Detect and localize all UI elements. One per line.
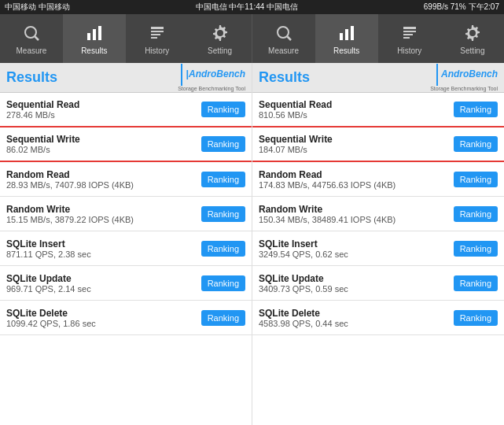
- bench-name: Random Write: [259, 204, 454, 215]
- nav-history-label-left: History: [145, 46, 169, 55]
- measure-icon: [20, 22, 42, 44]
- bench-name: Sequential Read: [259, 99, 454, 110]
- nav-setting-label-right: Setting: [460, 46, 484, 55]
- history-icon-right: [399, 22, 421, 44]
- nav-measure-label-right: Measure: [268, 46, 299, 55]
- svg-rect-2: [87, 33, 90, 40]
- ranking-button[interactable]: Ranking: [454, 136, 498, 152]
- bench-name: Random Read: [259, 169, 454, 180]
- panel-header-left: Results |AndroBench Storage Benchmarking…: [0, 63, 252, 93]
- logo-divider-right: [436, 64, 438, 86]
- bench-row: SQLite Delete1099.42 QPS, 1.86 secRankin…: [0, 301, 252, 335]
- ranking-button[interactable]: Ranking: [201, 241, 245, 257]
- bench-name: SQLite Insert: [6, 238, 201, 249]
- bench-name: Random Write: [6, 204, 201, 215]
- nav-history-right[interactable]: History: [378, 14, 441, 63]
- bench-row: Random Write15.15 MB/s, 3879.22 IOPS (4K…: [0, 197, 252, 231]
- bench-value: 969.71 QPS, 2.14 sec: [6, 284, 201, 294]
- left-bench-rows: Sequential Read278.46 MB/sRankingSequent…: [0, 93, 252, 335]
- bench-row: SQLite Update3409.73 QPS, 0.59 secRankin…: [252, 266, 504, 301]
- bench-value: 184.07 MB/s: [259, 145, 454, 154]
- svg-rect-12: [345, 29, 348, 40]
- svg-rect-6: [151, 31, 164, 32]
- bench-name: Random Read: [6, 169, 201, 180]
- bench-name: Sequential Read: [6, 99, 201, 110]
- bench-name: Sequential Write: [6, 134, 201, 145]
- bench-row: Sequential Read810.56 MB/sRanking: [252, 93, 504, 128]
- ranking-button[interactable]: Ranking: [454, 310, 498, 326]
- svg-line-10: [287, 37, 291, 41]
- nav-results-left[interactable]: Results: [63, 14, 126, 63]
- svg-line-1: [35, 37, 39, 41]
- svg-rect-17: [403, 37, 410, 39]
- ranking-button[interactable]: Ranking: [201, 206, 245, 222]
- bench-name: SQLite Update: [259, 273, 454, 284]
- bench-value: 174.83 MB/s, 44756.63 IOPS (4KB): [259, 180, 454, 190]
- setting-icon-right: [462, 22, 484, 44]
- nav-setting-left[interactable]: Setting: [189, 14, 252, 63]
- nav-results-right[interactable]: Results: [315, 14, 378, 63]
- bench-value: 1099.42 QPS, 1.86 sec: [6, 319, 201, 328]
- ranking-button[interactable]: Ranking: [454, 241, 498, 257]
- bench-value: 3409.73 QPS, 0.59 sec: [259, 284, 454, 294]
- nav-measure-right[interactable]: Measure: [252, 14, 315, 63]
- bench-row: Sequential Write86.02 MB/sRanking: [0, 128, 252, 162]
- bench-name: SQLite Delete: [6, 308, 201, 319]
- bench-value: 3249.54 QPS, 0.62 sec: [259, 249, 454, 259]
- ranking-button[interactable]: Ranking: [201, 310, 245, 326]
- ranking-button[interactable]: Ranking: [201, 275, 245, 291]
- ranking-button[interactable]: Ranking: [454, 206, 498, 222]
- nav-setting-label-left: Setting: [208, 46, 232, 55]
- nav-panel-left: Measure Results History Setting: [0, 14, 252, 63]
- bench-row: SQLite Update969.71 QPS, 2.14 secRanking: [0, 266, 252, 301]
- status-bar: 中国移动 中国移动 中国电信 中午11:44 中国电信 699B/s 71% 下…: [0, 0, 504, 14]
- svg-point-9: [278, 27, 289, 38]
- nav-results-label-left: Results: [81, 46, 107, 55]
- bench-row: Sequential Write184.07 MB/sRanking: [252, 128, 504, 162]
- panel-header-right: Results AndroBench Storage Benchmarking …: [252, 63, 504, 93]
- nav-measure-left[interactable]: Measure: [0, 14, 63, 63]
- androbench-logo-right: AndroBench Storage Benchmarking Tool: [430, 64, 498, 91]
- svg-rect-7: [151, 34, 160, 35]
- results-title-right: Results: [259, 69, 310, 86]
- ranking-button[interactable]: Ranking: [454, 102, 498, 117]
- nav-results-label-right: Results: [333, 46, 359, 55]
- nav-history-label-right: History: [397, 46, 421, 55]
- ranking-button[interactable]: Ranking: [454, 172, 498, 187]
- svg-rect-14: [403, 27, 416, 29]
- ranking-button[interactable]: Ranking: [201, 172, 245, 187]
- panel-right: Results AndroBench Storage Benchmarking …: [252, 63, 504, 425]
- svg-rect-3: [93, 29, 96, 40]
- setting-icon-left: [209, 22, 231, 44]
- svg-point-0: [25, 27, 36, 38]
- results-icon-right: [336, 22, 358, 44]
- nav-history-left[interactable]: History: [126, 14, 189, 63]
- svg-rect-15: [403, 31, 416, 32]
- bench-row: Random Write150.34 MB/s, 38489.41 IOPS (…: [252, 197, 504, 231]
- logo-divider-left: [181, 64, 182, 86]
- svg-rect-13: [351, 26, 354, 40]
- bench-name: SQLite Update: [6, 273, 201, 284]
- nav-setting-right[interactable]: Setting: [441, 14, 504, 63]
- status-right: 699B/s 71% 下午2:07: [424, 2, 499, 13]
- bench-value: 86.02 MB/s: [6, 145, 201, 154]
- results-title-left: Results: [6, 69, 57, 86]
- ranking-button[interactable]: Ranking: [201, 136, 245, 152]
- androbench-logo-left: |AndroBench Storage Benchmarking Tool: [178, 64, 245, 91]
- ranking-button[interactable]: Ranking: [454, 275, 498, 291]
- bench-value: 15.15 MB/s, 3879.22 IOPS (4KB): [6, 215, 201, 224]
- bench-name: Sequential Write: [259, 134, 454, 145]
- status-center: 中国电信 中午11:44 中国电信: [196, 2, 299, 13]
- svg-rect-4: [98, 26, 101, 40]
- svg-rect-11: [340, 33, 343, 40]
- nav-panel-right: Measure Results History Setting: [252, 14, 505, 63]
- results-icon-left: [83, 22, 105, 44]
- bench-name: SQLite Insert: [259, 238, 454, 249]
- bench-value: 150.34 MB/s, 38489.41 IOPS (4KB): [259, 215, 454, 224]
- nav-bar: Measure Results History Setting Measu: [0, 14, 504, 63]
- svg-rect-8: [151, 37, 157, 39]
- ranking-button[interactable]: Ranking: [201, 102, 245, 117]
- svg-rect-16: [403, 34, 413, 35]
- bench-row: Random Read174.83 MB/s, 44756.63 IOPS (4…: [252, 162, 504, 197]
- bench-value: 4583.98 QPS, 0.44 sec: [259, 319, 454, 328]
